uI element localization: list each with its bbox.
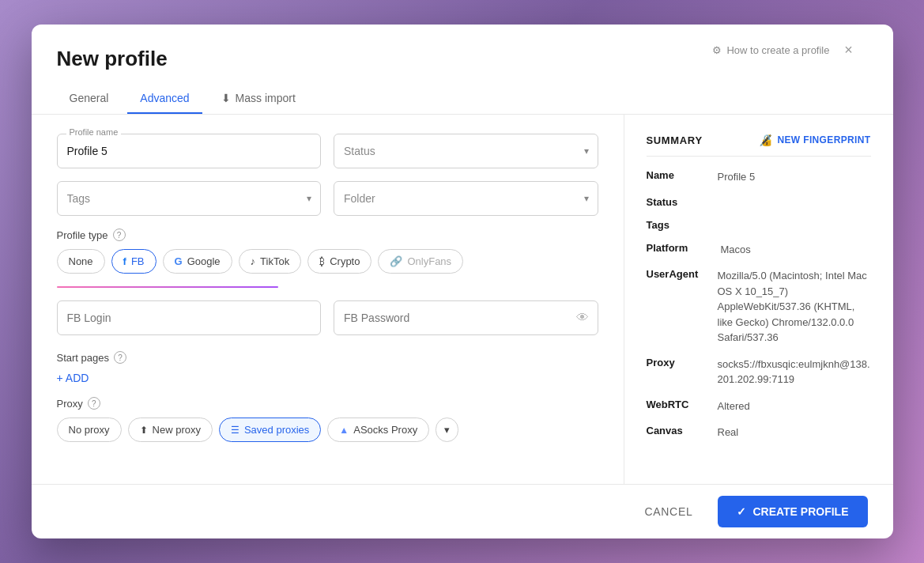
close-icon: × xyxy=(844,42,853,59)
show-password-icon[interactable]: 👁 xyxy=(576,311,589,325)
form-area: Profile name Tags xyxy=(32,115,624,484)
profile-name-group: Profile name xyxy=(57,134,322,168)
summary-row-proxy: Proxy socks5://fbxusqic:eulmjknh@138.201… xyxy=(647,357,871,387)
tab-general[interactable]: General xyxy=(57,84,122,114)
profile-type-onlyfans[interactable]: 🔗 OnlyFans xyxy=(378,249,463,274)
tiktok-icon: ♪ xyxy=(251,255,256,267)
proxy-help-icon[interactable]: ? xyxy=(88,397,100,410)
proxy-new-proxy[interactable]: ⬆ New proxy xyxy=(128,418,213,442)
tab-bar: General Advanced ⬇ Mass import xyxy=(57,84,868,114)
fb-password-wrap: 👁 xyxy=(334,300,598,335)
asocks-icon: ▲ xyxy=(339,425,349,436)
summary-title: SUMMARY xyxy=(647,134,703,146)
summary-row-webrtc: WebRTC Altered xyxy=(647,399,871,414)
modal-body: Profile name Tags xyxy=(32,115,893,484)
fb-login-input[interactable] xyxy=(57,300,322,335)
summary-row-name: Name Profile 5 xyxy=(647,169,871,185)
summary-row-tags: Tags xyxy=(647,219,871,231)
start-pages-help-icon[interactable]: ? xyxy=(114,351,126,364)
summary-row-canvas: Canvas Real xyxy=(647,425,871,440)
folder-group: Folder xyxy=(334,181,598,216)
modal-footer: CANCEL ✓ CREATE PROFILE xyxy=(32,484,893,538)
cancel-button[interactable]: CANCEL xyxy=(628,497,708,526)
status-select[interactable] xyxy=(334,134,598,168)
profile-name-input[interactable] xyxy=(57,134,322,168)
tab-mass-import[interactable]: ⬇ Mass import xyxy=(209,84,308,114)
profile-type-help-icon[interactable]: ? xyxy=(113,229,126,241)
checkmark-icon: ✓ xyxy=(737,505,746,518)
fingerprint-icon: 🔏 xyxy=(759,134,772,146)
tags-group: Tags xyxy=(57,181,322,216)
how-to-link[interactable]: ⚙ How to create a profile xyxy=(712,44,829,56)
summary-row-status: Status xyxy=(647,196,871,208)
header-right: ⚙ How to create a profile × xyxy=(712,40,858,59)
onlyfans-icon: 🔗 xyxy=(390,255,402,267)
profile-type-tiktok[interactable]: ♪ TikTok xyxy=(239,249,302,274)
profile-type-section-label: Profile type ? xyxy=(57,229,598,241)
summary-header: SUMMARY 🔏 NEW FINGERPRINT xyxy=(647,134,871,157)
profile-type-google[interactable]: G Google xyxy=(163,249,232,274)
status-group xyxy=(334,134,598,168)
proxy-saved-proxies[interactable]: ☰ Saved proxies xyxy=(219,418,321,442)
modal-header: ⚙ How to create a profile × New profile … xyxy=(32,25,893,115)
fb-fields: 👁 xyxy=(57,300,598,335)
tags-folder-row: Tags Folder xyxy=(57,181,598,216)
profile-type-buttons: None f FB G Google ♪ TikTok ₿ Crypto xyxy=(57,249,598,274)
profile-type-none[interactable]: None xyxy=(57,249,105,274)
new-proxy-icon: ⬆ xyxy=(140,425,148,436)
profile-type-underline xyxy=(57,286,278,288)
new-profile-modal: ⚙ How to create a profile × New profile … xyxy=(32,25,893,538)
create-profile-button[interactable]: ✓ CREATE PROFILE xyxy=(718,496,867,527)
summary-row-useragent: UserAgent Mozilla/5.0 (Macintosh; Intel … xyxy=(647,268,871,346)
download-icon: ⬇ xyxy=(221,92,231,104)
profile-name-label: Profile name xyxy=(66,127,122,137)
new-fingerprint-button[interactable]: 🔏 NEW FINGERPRINT xyxy=(759,134,870,146)
profile-name-row: Profile name xyxy=(57,134,598,168)
start-pages-label: Start pages ? xyxy=(57,351,598,364)
summary-row-platform: Platform Macos xyxy=(647,242,871,258)
proxy-section-label: Proxy ? xyxy=(57,397,598,410)
how-to-label: How to create a profile xyxy=(726,44,829,56)
summary-area: SUMMARY 🔏 NEW FINGERPRINT Name Profile 5… xyxy=(624,115,893,484)
saved-proxies-icon: ☰ xyxy=(231,425,239,436)
tab-advanced[interactable]: Advanced xyxy=(127,84,202,114)
folder-select[interactable]: Folder xyxy=(334,181,598,216)
gear-icon: ⚙ xyxy=(712,44,722,56)
google-icon: G xyxy=(175,255,183,267)
profile-type-crypto[interactable]: ₿ Crypto xyxy=(307,249,371,274)
crypto-icon: ₿ xyxy=(319,255,325,267)
fb-password-input[interactable] xyxy=(334,300,598,335)
profile-type-fb[interactable]: f FB xyxy=(111,249,157,274)
fb-icon: f xyxy=(123,255,126,267)
proxy-asocks[interactable]: ▲ ASocks Proxy xyxy=(327,418,429,442)
proxy-more-button[interactable]: ▾ xyxy=(436,418,458,442)
proxy-no-proxy[interactable]: No proxy xyxy=(57,418,122,442)
fb-login-wrap xyxy=(57,300,322,335)
add-start-page-button[interactable]: + ADD xyxy=(57,372,598,384)
chevron-down-icon: ▾ xyxy=(444,424,450,436)
proxy-buttons: No proxy ⬆ New proxy ☰ Saved proxies ▲ A… xyxy=(57,418,598,442)
tags-select[interactable]: Tags xyxy=(57,181,322,216)
close-button[interactable]: × xyxy=(839,40,858,59)
